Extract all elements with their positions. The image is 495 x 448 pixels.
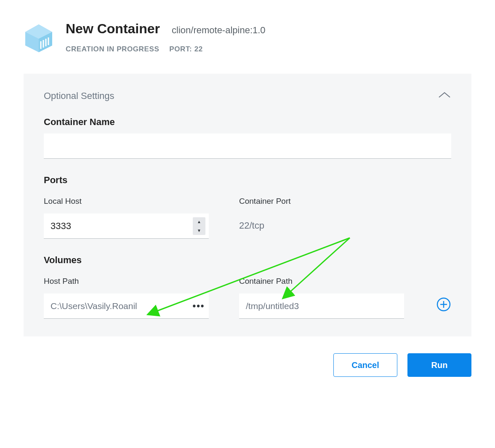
container-path-input[interactable]	[239, 293, 404, 318]
container-logo-icon	[24, 23, 54, 53]
port-info: PORT: 22	[169, 45, 202, 53]
container-path-label: Container Path	[239, 277, 404, 286]
local-host-label: Local Host	[44, 197, 209, 206]
cancel-button[interactable]: Cancel	[333, 353, 397, 377]
local-host-input[interactable]	[44, 213, 193, 238]
stepper-icon[interactable]: ▲ ▼	[193, 217, 205, 235]
ports-heading: Ports	[44, 175, 451, 186]
collapse-icon[interactable]	[438, 91, 451, 101]
browse-icon[interactable]: •••	[189, 301, 209, 312]
run-button[interactable]: Run	[407, 353, 471, 377]
image-tag: clion/remote-alpine:1.0	[172, 25, 266, 36]
page-title: New Container	[66, 21, 160, 37]
header: New Container clion/remote-alpine:1.0 CR…	[24, 21, 471, 53]
container-name-heading: Container Name	[44, 117, 451, 128]
optional-settings-panel: Optional Settings Container Name Ports L…	[24, 74, 471, 336]
stepper-down-icon[interactable]: ▼	[193, 226, 205, 235]
volumes-heading: Volumes	[44, 255, 451, 266]
container-name-input[interactable]	[44, 133, 451, 159]
container-port-value: 22/tcp	[239, 213, 404, 231]
container-port-label: Container Port	[239, 197, 404, 206]
add-volume-button[interactable]	[436, 297, 451, 314]
host-path-label: Host Path	[44, 277, 209, 286]
panel-title: Optional Settings	[44, 91, 114, 101]
creation-status: CREATION IN PROGRESS	[66, 45, 159, 53]
host-path-input[interactable]	[44, 293, 189, 318]
local-host-field: ▲ ▼	[44, 213, 209, 239]
stepper-up-icon[interactable]: ▲	[193, 217, 205, 226]
